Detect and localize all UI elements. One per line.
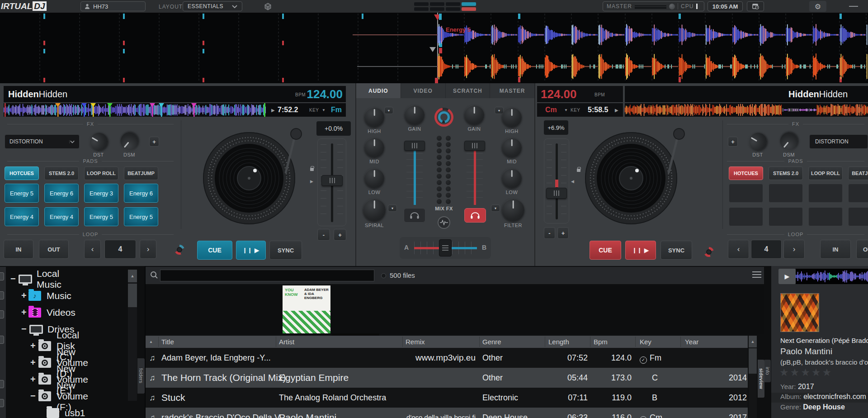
deck1-pad-mode-hotcues[interactable]: HOTCUES <box>5 166 39 180</box>
preview-play-button[interactable]: ▶ <box>778 269 796 284</box>
master-volume-knob[interactable] <box>669 4 675 10</box>
deck1-volume-fader[interactable] <box>404 138 425 206</box>
column-key[interactable]: Key <box>640 336 651 348</box>
deck1-hotcue-pad-7[interactable]: Energy 5 <box>84 207 118 226</box>
deck2-hotcue-pad-6[interactable] <box>769 207 803 226</box>
settings-button[interactable]: ⚙ <box>809 1 826 12</box>
deck2-loop-out-button[interactable]: OUT <box>856 240 868 259</box>
deck1-eq-mid-knob[interactable] <box>364 138 384 157</box>
deck2-headphone-cue-button[interactable] <box>464 208 486 223</box>
deck1-pitch-minus-button[interactable]: - <box>317 229 330 241</box>
deck2-pitch-slider[interactable] <box>544 138 569 223</box>
scroll-thumb[interactable] <box>749 348 757 374</box>
deck1-hotcue-pad-3[interactable]: Energy 3 <box>84 184 118 203</box>
deck1-eq-high-knob[interactable] <box>364 107 384 127</box>
deck2-hotcue-pad-3[interactable] <box>808 184 843 203</box>
deck2-filter-fx-knob[interactable] <box>502 199 524 221</box>
deck2-hotcue-pad-2[interactable] <box>769 184 803 203</box>
deck1-hotcue-pad-6[interactable]: Energy 4 <box>44 207 79 226</box>
deck1-pitch-plus-button[interactable]: + <box>334 229 346 241</box>
pitch-lock-icon[interactable] <box>310 168 314 171</box>
deck1-play-pause-button[interactable]: ❙❙▶ <box>236 241 266 260</box>
deck2-hotcue-pad-4[interactable] <box>848 184 868 203</box>
deck1-loop-out-button[interactable]: OUT <box>39 240 69 259</box>
column-artist[interactable]: Artist <box>279 336 294 348</box>
mixer-balance-ring[interactable] <box>434 108 453 127</box>
deck2-volume-fader[interactable] <box>464 138 486 206</box>
deck2-pitch-minus-button[interactable]: - <box>544 227 555 239</box>
deck2-volume-fader-cap[interactable] <box>464 141 485 151</box>
deck1-eq-low-knob[interactable] <box>364 168 384 188</box>
deck1-fx-select-dropdown[interactable]: ▼ <box>388 204 397 212</box>
deck2-pitch-plus-button[interactable]: + <box>557 227 569 239</box>
column-length[interactable]: Length <box>548 336 569 348</box>
key-dropdown-icon[interactable]: ▼ <box>322 108 326 112</box>
deck2-fx-knob-dsm[interactable] <box>776 129 802 154</box>
user-account-button[interactable]: HH73 <box>80 1 146 11</box>
scroll-up-button[interactable]: ▲ <box>128 270 137 282</box>
deck1-volume-fader-cap[interactable] <box>404 141 425 151</box>
deck1-headphone-cue-button[interactable] <box>404 208 425 223</box>
tab-scratch[interactable]: SCRATCH <box>446 83 491 98</box>
deck1-fx-knob-dst[interactable] <box>86 129 111 154</box>
deck2-beatkeeper-icon[interactable] <box>704 247 714 257</box>
deck1-loop-halve-button[interactable]: ‹ <box>84 240 101 259</box>
deck1-pad-mode-beatjump[interactable]: BEATJUMP <box>124 166 158 180</box>
tab-video[interactable]: VIDEO <box>401 83 446 98</box>
deck2-hotcue-pad-8[interactable] <box>848 207 868 226</box>
table-row[interactable]: ♫ The Horn Track (Original Mix) Egyptian… <box>146 368 748 388</box>
deck2-pad-mode-stems[interactable]: STEMS 2.0 <box>769 166 803 180</box>
table-row[interactable]: ♫ Adam Beyer, Ida Engberg -Y... www.mp3v… <box>146 348 748 368</box>
table-row[interactable]: ♫ radock's Braccio D'Oco Della V. Paolo … <box>146 408 748 418</box>
deck1-bpm-value[interactable]: 124.00 <box>302 87 343 101</box>
column-bpm[interactable]: Bpm <box>594 336 608 348</box>
crossfader[interactable]: A B <box>400 237 491 259</box>
column-genre[interactable]: Genre <box>482 336 501 348</box>
folders-tab[interactable]: folders <box>137 358 145 394</box>
deck2-hotcue-pad-5[interactable] <box>729 207 763 226</box>
column-year[interactable]: Year <box>685 336 698 348</box>
rating-stars[interactable]: ★★★★★ <box>779 366 833 379</box>
deck2-pad-mode-hotcues[interactable]: HOTCUES <box>729 166 763 180</box>
deck1-fx-select[interactable]: DISTORTION <box>5 134 80 149</box>
deck2-pad-mode-beatjump[interactable]: BEATJUMP <box>848 166 868 180</box>
deck2-fx-add-button[interactable]: + <box>728 137 738 147</box>
deck2-eq-high-knob[interactable] <box>502 107 522 127</box>
key-dropdown-icon[interactable]: ▼ <box>564 108 568 112</box>
deck1-cue-button[interactable]: CUE <box>197 241 232 260</box>
deck2-sync-button[interactable]: SYNC <box>660 241 692 260</box>
deck1-beatkeeper-icon[interactable] <box>175 245 184 255</box>
sampler-cube-button[interactable] <box>259 1 276 12</box>
deck1-hotcue-pad-4[interactable]: Energy 6 <box>124 184 158 203</box>
deck2-fx-knob-dst[interactable] <box>745 129 770 154</box>
deck1-hotcue-pad-1[interactable]: Energy 5 <box>5 184 39 203</box>
deck2-eq-low-knob[interactable] <box>502 168 522 188</box>
deck1-loop-size-value[interactable]: 4 <box>104 240 136 259</box>
tab-master[interactable]: MASTER <box>490 83 534 98</box>
tab-audio[interactable]: AUDIO <box>356 83 401 98</box>
column-title[interactable]: Title <box>161 336 174 348</box>
pitch-lock-icon[interactable] <box>577 169 580 172</box>
deck1-pad-mode-looproll[interactable]: LOOP ROLL <box>84 166 118 180</box>
deck2-loop-size-value[interactable]: 4 <box>751 240 782 259</box>
info-tab[interactable]: info <box>764 360 771 382</box>
master-volume-slider[interactable] <box>635 5 666 9</box>
scroll-thumb[interactable] <box>128 284 137 307</box>
table-scrollbar[interactable]: ▲ <box>749 336 757 418</box>
deck2-fx-select-dropdown[interactable]: ▼ <box>491 204 500 212</box>
deck1-hotcue-pad-8[interactable]: Energy 5 <box>124 207 158 226</box>
deck1-hotcue-pad-5[interactable]: Energy 4 <box>5 207 39 226</box>
deck2-track-waveform[interactable] <box>625 103 868 117</box>
window-minimize-button[interactable] <box>849 6 858 7</box>
deck1-fx-knob-dsm[interactable] <box>117 129 142 154</box>
deck1-loop-in-button[interactable]: IN <box>4 240 33 259</box>
deck1-sync-button[interactable]: SYNC <box>269 241 302 260</box>
column-remix[interactable]: Remix <box>406 336 425 348</box>
deck1-pitch-slider[interactable] <box>317 138 346 226</box>
preview-waveform[interactable] <box>796 269 868 284</box>
list-view-icon[interactable] <box>752 271 761 278</box>
deck2-play-pause-button[interactable]: ❙❙▶ <box>625 241 656 260</box>
deck2-pitch-handle[interactable] <box>546 188 567 199</box>
deck1-filter-fx-knob[interactable] <box>363 199 386 221</box>
deck2-key-value[interactable]: Cm <box>545 106 557 114</box>
